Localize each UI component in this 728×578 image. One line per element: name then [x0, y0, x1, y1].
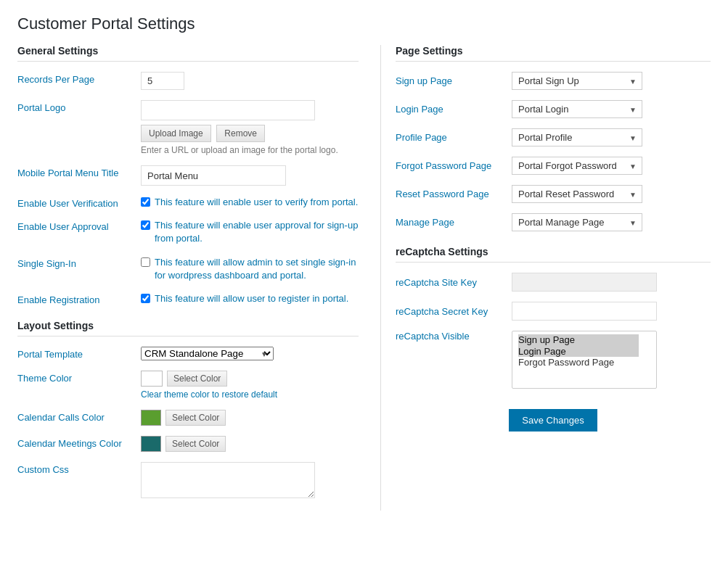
recaptcha-option-forgot[interactable]: Forgot Password Page — [518, 357, 639, 368]
calendar-calls-color-button[interactable]: Select Color — [165, 410, 226, 426]
remove-button[interactable]: Remove — [216, 125, 265, 142]
custom-css-label: Custom Css — [17, 462, 141, 475]
logo-hint: Enter a URL or upload an image for the p… — [141, 145, 359, 155]
page-settings-title: Page Settings — [396, 45, 711, 62]
single-signin-checkbox[interactable] — [141, 257, 150, 267]
calendar-meetings-color-button[interactable]: Select Color — [165, 436, 226, 452]
recaptcha-visible-label: reCaptcha Visible — [396, 331, 512, 342]
enable-registration-label: Enable Registration — [17, 292, 141, 305]
recaptcha-secret-key-input[interactable] — [512, 302, 657, 321]
calendar-meetings-swatch — [141, 436, 161, 452]
theme-color-label: Theme Color — [17, 371, 141, 384]
profile-page-label: Profile Page — [396, 132, 512, 143]
upload-image-button[interactable]: Upload Image — [141, 125, 211, 142]
records-per-page-label: Records Per Page — [17, 72, 141, 85]
theme-color-swatch — [141, 371, 163, 387]
login-page-label: Login Page — [396, 104, 512, 115]
custom-css-textarea[interactable] — [141, 462, 315, 498]
page-title: Customer Portal Settings — [17, 15, 711, 33]
forgot-password-page-label: Forgot Password Page — [396, 160, 512, 171]
portal-template-label: Portal Template — [17, 347, 141, 360]
enable-verification-desc: This feature will enable user to verify … — [155, 196, 358, 209]
profile-page-select[interactable]: Portal Profile — [512, 128, 642, 146]
portal-template-select[interactable]: CRM Standalone Page Default Page — [141, 347, 274, 360]
mobile-title-input[interactable] — [141, 165, 286, 186]
enable-approval-checkbox[interactable] — [141, 220, 150, 230]
portal-logo-input[interactable] — [141, 100, 315, 120]
single-signin-label: Single Sign-In — [17, 256, 141, 269]
recaptcha-option-signup[interactable]: Sign up Page — [518, 334, 639, 346]
enable-verification-checkbox[interactable] — [141, 197, 150, 207]
save-changes-button[interactable]: Save Changes — [509, 409, 597, 432]
signup-page-label: Sign up Page — [396, 75, 512, 86]
records-per-page-input[interactable] — [141, 72, 184, 90]
signup-page-select[interactable]: Portal Sign Up — [512, 72, 642, 90]
enable-verification-label: Enable User Verification — [17, 196, 141, 209]
theme-color-select-button[interactable]: Select Color — [167, 371, 227, 387]
enable-registration-checkbox[interactable] — [141, 294, 150, 303]
portal-logo-label: Portal Logo — [17, 100, 141, 113]
enable-registration-desc: This feature will allow user to register… — [155, 292, 348, 305]
enable-approval-desc: This feature will enable user approval f… — [155, 219, 359, 245]
manage-page-select[interactable]: Portal Manage Page — [512, 213, 642, 231]
calendar-meetings-label: Calendar Meetings Color — [17, 436, 141, 449]
reset-password-page-label: Reset Password Page — [396, 189, 512, 199]
mobile-title-label: Mobile Portal Menu Title — [17, 165, 141, 178]
calendar-calls-label: Calendar Calls Color — [17, 410, 141, 423]
single-signin-desc: This feature will allow admin to set sin… — [155, 256, 359, 282]
login-page-select[interactable]: Portal Login — [512, 100, 642, 118]
recaptcha-site-key-input[interactable] — [512, 273, 657, 292]
calendar-calls-swatch — [141, 410, 161, 426]
general-settings-title: General Settings — [17, 45, 359, 62]
enable-approval-label: Enable User Approval — [17, 219, 141, 232]
layout-settings-title: Layout Settings — [17, 320, 359, 337]
forgot-password-page-select[interactable]: Portal Forgot Password — [512, 157, 642, 175]
recaptcha-secret-key-label: reCaptcha Secret Key — [396, 306, 512, 317]
recaptcha-option-login[interactable]: Login Page — [518, 346, 639, 358]
recaptcha-site-key-label: reCaptcha Site Key — [396, 277, 512, 288]
clear-theme-link[interactable]: Clear theme color to restore default — [141, 389, 359, 400]
manage-page-label: Manage Page — [396, 217, 512, 228]
recaptcha-visible-select[interactable]: Sign up Page Login Page Forgot Password … — [512, 331, 657, 389]
reset-password-page-select[interactable]: Portal Reset Password — [512, 185, 642, 203]
recaptcha-settings-title: reCaptcha Settings — [396, 246, 711, 263]
